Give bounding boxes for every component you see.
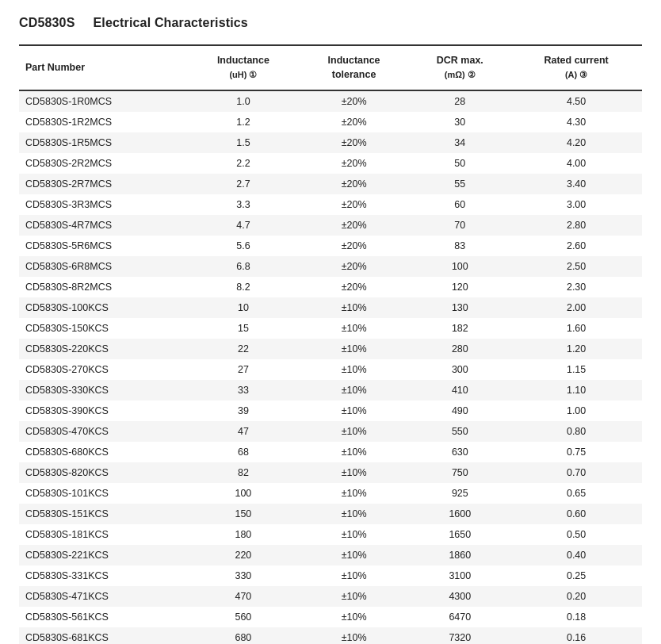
cell-dcr: 50	[409, 153, 510, 174]
cell-inductance: 680	[188, 627, 299, 644]
cell-inductance: 2.2	[188, 153, 299, 174]
cell-rated_current: 4.00	[510, 153, 642, 174]
cell-tolerance: ±20%	[299, 174, 410, 194]
cell-tolerance: ±10%	[299, 339, 410, 359]
cell-dcr: 4300	[409, 586, 510, 607]
cell-inductance: 150	[188, 504, 299, 524]
cell-rated_current: 3.00	[510, 194, 642, 215]
cell-rated_current: 0.40	[510, 545, 642, 565]
cell-tolerance: ±10%	[299, 504, 410, 524]
cell-rated_current: 4.30	[510, 112, 642, 132]
cell-inductance: 33	[188, 380, 299, 401]
model-name: CD5830S	[19, 16, 75, 29]
cell-part_number: CD5830S-100KCS	[19, 297, 188, 318]
cell-part_number: CD5830S-151KCS	[19, 504, 188, 524]
cell-dcr: 410	[409, 380, 510, 401]
col-header-part-number: Part Number	[19, 45, 188, 90]
cell-rated_current: 0.65	[510, 483, 642, 504]
cell-inductance: 560	[188, 607, 299, 627]
cell-tolerance: ±20%	[299, 236, 410, 256]
cell-part_number: CD5830S-4R7MCS	[19, 215, 188, 236]
col-header-dcr: DCR max.(mΩ) ②	[409, 45, 510, 90]
cell-dcr: 130	[409, 297, 510, 318]
cell-tolerance: ±20%	[299, 112, 410, 132]
cell-part_number: CD5830S-101KCS	[19, 483, 188, 504]
cell-tolerance: ±10%	[299, 524, 410, 545]
table-row: CD5830S-2R7MCS2.7±20%553.40	[19, 174, 642, 194]
cell-tolerance: ±10%	[299, 359, 410, 380]
table-row: CD5830S-680KCS68±10%6300.75	[19, 442, 642, 462]
cell-rated_current: 0.80	[510, 421, 642, 442]
cell-tolerance: ±10%	[299, 442, 410, 462]
cell-rated_current: 3.40	[510, 174, 642, 194]
cell-dcr: 3100	[409, 565, 510, 586]
table-row: CD5830S-151KCS150±10%16000.60	[19, 504, 642, 524]
cell-rated_current: 0.16	[510, 627, 642, 644]
cell-dcr: 280	[409, 339, 510, 359]
cell-part_number: CD5830S-3R3MCS	[19, 194, 188, 215]
cell-rated_current: 2.60	[510, 236, 642, 256]
cell-inductance: 100	[188, 483, 299, 504]
cell-dcr: 60	[409, 194, 510, 215]
table-row: CD5830S-101KCS100±10%9250.65	[19, 483, 642, 504]
cell-part_number: CD5830S-150KCS	[19, 318, 188, 339]
table-row: CD5830S-221KCS220±10%18600.40	[19, 545, 642, 565]
cell-inductance: 22	[188, 339, 299, 359]
cell-inductance: 27	[188, 359, 299, 380]
characteristics-table: Part Number Inductance(uH) ① Inductancet…	[19, 44, 642, 644]
cell-dcr: 490	[409, 401, 510, 421]
table-row: CD5830S-5R6MCS5.6±20%832.60	[19, 236, 642, 256]
cell-inductance: 330	[188, 565, 299, 586]
cell-dcr: 630	[409, 442, 510, 462]
cell-inductance: 3.3	[188, 194, 299, 215]
cell-rated_current: 0.60	[510, 504, 642, 524]
cell-dcr: 1650	[409, 524, 510, 545]
cell-inductance: 15	[188, 318, 299, 339]
cell-inductance: 1.0	[188, 90, 299, 112]
cell-part_number: CD5830S-680KCS	[19, 442, 188, 462]
cell-tolerance: ±10%	[299, 401, 410, 421]
table-row: CD5830S-6R8MCS6.8±20%1002.50	[19, 256, 642, 277]
cell-dcr: 100	[409, 256, 510, 277]
cell-rated_current: 2.30	[510, 277, 642, 297]
cell-inductance: 470	[188, 586, 299, 607]
cell-inductance: 220	[188, 545, 299, 565]
cell-dcr: 7320	[409, 627, 510, 644]
cell-inductance: 1.2	[188, 112, 299, 132]
cell-tolerance: ±10%	[299, 586, 410, 607]
table-row: CD5830S-331KCS330±10%31000.25	[19, 565, 642, 586]
table-row: CD5830S-1R2MCS1.2±20%304.30	[19, 112, 642, 132]
table-row: CD5830S-270KCS27±10%3001.15	[19, 359, 642, 380]
table-row: CD5830S-3R3MCS3.3±20%603.00	[19, 194, 642, 215]
cell-rated_current: 1.15	[510, 359, 642, 380]
cell-dcr: 925	[409, 483, 510, 504]
table-row: CD5830S-390KCS39±10%4901.00	[19, 401, 642, 421]
cell-rated_current: 1.10	[510, 380, 642, 401]
page-title: CD5830S Electrical Characteristics	[19, 16, 642, 30]
col-header-tolerance: Inductancetolerance	[299, 45, 410, 90]
cell-part_number: CD5830S-2R7MCS	[19, 174, 188, 194]
cell-dcr: 750	[409, 462, 510, 483]
cell-part_number: CD5830S-221KCS	[19, 545, 188, 565]
cell-part_number: CD5830S-5R6MCS	[19, 236, 188, 256]
cell-inductance: 4.7	[188, 215, 299, 236]
cell-dcr: 1600	[409, 504, 510, 524]
table-row: CD5830S-150KCS15±10%1821.60	[19, 318, 642, 339]
cell-inductance: 8.2	[188, 277, 299, 297]
cell-inductance: 10	[188, 297, 299, 318]
col-header-inductance: Inductance(uH) ①	[188, 45, 299, 90]
cell-tolerance: ±10%	[299, 297, 410, 318]
cell-dcr: 70	[409, 215, 510, 236]
cell-tolerance: ±20%	[299, 153, 410, 174]
cell-tolerance: ±10%	[299, 545, 410, 565]
cell-dcr: 1860	[409, 545, 510, 565]
cell-tolerance: ±10%	[299, 380, 410, 401]
cell-tolerance: ±20%	[299, 256, 410, 277]
cell-inductance: 47	[188, 421, 299, 442]
cell-dcr: 34	[409, 132, 510, 153]
cell-rated_current: 0.70	[510, 462, 642, 483]
cell-tolerance: ±10%	[299, 607, 410, 627]
table-row: CD5830S-561KCS560±10%64700.18	[19, 607, 642, 627]
cell-part_number: CD5830S-270KCS	[19, 359, 188, 380]
cell-rated_current: 0.25	[510, 565, 642, 586]
